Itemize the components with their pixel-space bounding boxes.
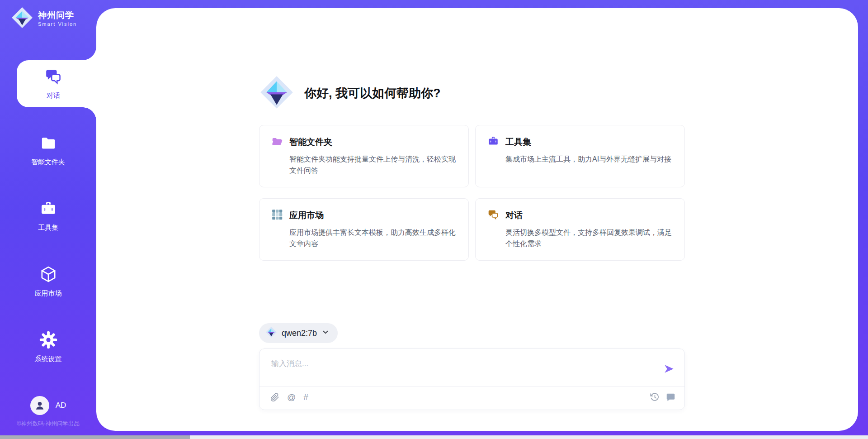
model-selector[interactable]: qwen2:7b xyxy=(259,323,338,343)
composer-right-tools xyxy=(650,392,675,402)
card-description: 集成市场上主流工具，助力AI与外界无缝扩展与对接 xyxy=(505,153,673,165)
model-name: qwen2:7b xyxy=(282,329,317,338)
hashtag-icon[interactable]: # xyxy=(303,392,308,402)
card-title: 应用市场 xyxy=(289,210,324,221)
mention-icon[interactable]: @ xyxy=(287,392,296,402)
app-grid-icon xyxy=(271,209,283,222)
sidebar: 神州问学 Smart Vision 对话 智能文件夹 xyxy=(0,0,96,439)
card-description: 应用市场提供丰富长文本模板，助力高效生成多样化文章内容 xyxy=(289,227,457,249)
folder-icon xyxy=(39,134,57,154)
sidebar-footer: ©神州数码·神州问学出品 xyxy=(0,420,96,428)
chat-bubbles-icon xyxy=(487,209,499,222)
card-smart-folder[interactable]: 智能文件夹 智能文件夹功能支持批量文件上传与清洗，轻松实现文件问答 xyxy=(259,125,469,187)
person-avatar-icon xyxy=(30,396,49,415)
sidebar-item-app-market[interactable]: 应用市场 xyxy=(0,258,96,305)
card-app-market[interactable]: 应用市场 应用市场提供丰富长文本模板，助力高效生成多样化文章内容 xyxy=(259,198,469,261)
sidebar-item-label: 对话 xyxy=(47,91,60,100)
user-profile[interactable]: AD xyxy=(0,392,96,419)
user-name: AD xyxy=(56,401,66,410)
gear-icon xyxy=(39,331,57,351)
composer-tools: @ # xyxy=(270,392,308,402)
brand-diamond-icon xyxy=(259,75,294,112)
message-input[interactable] xyxy=(270,356,652,372)
card-title: 对话 xyxy=(505,210,523,221)
send-icon[interactable] xyxy=(663,363,675,375)
toolbox-icon xyxy=(487,135,499,149)
chevron-down-icon xyxy=(321,328,330,338)
composer-divider xyxy=(259,386,684,387)
brand: 神州问学 Smart Vision xyxy=(11,6,77,31)
brand-subtitle: Smart Vision xyxy=(38,21,77,27)
brand-title: 神州问学 xyxy=(38,10,77,20)
greeting-text: 你好, 我可以如何帮助你? xyxy=(304,85,441,101)
brand-diamond-icon xyxy=(11,6,33,31)
cube-icon xyxy=(39,265,57,285)
main-panel: 你好, 我可以如何帮助你? 智能文件夹 智能文件夹功能支持批量文件上传与清洗，轻… xyxy=(96,8,858,431)
sidebar-item-label: 应用市场 xyxy=(35,289,62,298)
card-toolset[interactable]: 工具集 集成市场上主流工具，助力AI与外界无缝扩展与对接 xyxy=(475,125,685,187)
sidebar-item-chat[interactable]: 对话 xyxy=(17,60,96,107)
sidebar-item-label: 系统设置 xyxy=(35,355,62,363)
history-icon[interactable] xyxy=(650,392,660,402)
sidebar-item-label: 工具集 xyxy=(38,224,58,232)
sidebar-item-settings[interactable]: 系统设置 xyxy=(0,324,96,371)
card-chat[interactable]: 对话 灵活切换多模型文件，支持多样回复效果调试，满足个性化需求 xyxy=(475,198,685,261)
chat-bubbles-icon xyxy=(44,67,62,87)
greeting: 你好, 我可以如何帮助你? xyxy=(259,75,441,112)
comment-icon[interactable] xyxy=(666,392,675,402)
main-content: 你好, 我可以如何帮助你? 智能文件夹 智能文件夹功能支持批量文件上传与清洗，轻… xyxy=(259,8,685,431)
scrollbar-thumb[interactable] xyxy=(0,435,190,439)
card-title: 智能文件夹 xyxy=(289,136,332,148)
brand-diamond-icon xyxy=(265,326,277,340)
sidebar-item-smart-folder[interactable]: 智能文件夹 xyxy=(0,127,96,174)
horizontal-scrollbar xyxy=(0,435,868,439)
card-description: 智能文件夹功能支持批量文件上传与清洗，轻松实现文件问答 xyxy=(289,153,457,176)
feature-cards: 智能文件夹 智能文件夹功能支持批量文件上传与清洗，轻松实现文件问答 工具集 xyxy=(259,125,685,261)
sidebar-item-label: 智能文件夹 xyxy=(31,158,65,167)
composer: @ # xyxy=(259,348,685,410)
paperclip-icon[interactable] xyxy=(270,393,279,402)
folder-open-icon xyxy=(271,135,283,149)
sidebar-item-toolset[interactable]: 工具集 xyxy=(0,192,96,239)
toolbox-icon xyxy=(39,200,57,220)
card-title: 工具集 xyxy=(505,136,531,148)
card-description: 灵活切换多模型文件，支持多样回复效果调试，满足个性化需求 xyxy=(505,227,673,249)
